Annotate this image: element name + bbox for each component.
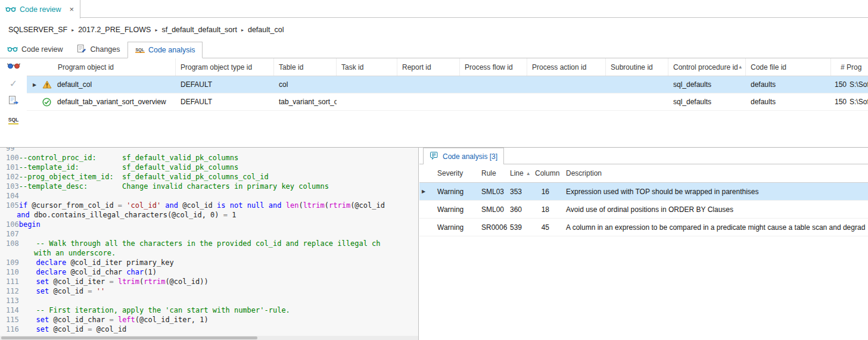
breadcrumb-item-object[interactable]: sf_default_default_sort	[161, 26, 237, 34]
cell-task-id	[337, 76, 397, 93]
column-header-program-object-id[interactable]: Program object id	[27, 58, 176, 76]
analysis-row[interactable]: ▶ Warning SML03 353 16 Expression used w…	[419, 183, 868, 201]
glasses-icon	[7, 45, 18, 54]
sql-text-icon: SQL	[8, 117, 18, 124]
cell-process-flow-id	[460, 76, 527, 93]
code-line: 116 set @col_id = @col_id	[0, 325, 418, 334]
changes-icon	[77, 44, 86, 55]
line-number: 114	[0, 305, 19, 315]
code-line: 99	[0, 148, 418, 153]
object-row-default-col[interactable]: ▶ default_col DEFAULT col sql_defaults d…	[27, 76, 868, 93]
column-header-label: Program object id	[58, 63, 114, 71]
code-line: 109 declare @col_id_iter primary_key	[0, 258, 418, 267]
approve-button[interactable]: ✓	[5, 77, 22, 91]
cell-description: Expression used with TOP should be wrapp…	[562, 188, 868, 196]
cell-table-id: col	[274, 76, 337, 93]
tab-code-review[interactable]: Code review	[0, 41, 70, 58]
cell-program-object-id: default_col	[57, 80, 92, 89]
column-header-control-procedure-id[interactable]: Control procedure id ▲	[668, 58, 746, 76]
cell-process-action-id	[527, 76, 606, 93]
cell-process-action-id	[527, 93, 606, 110]
cell-subroutine-id	[606, 76, 668, 93]
check-icon: ✓	[10, 79, 17, 89]
object-grid-header: Program object id Program object type id…	[27, 58, 868, 76]
sort-asc-icon: ▲	[526, 171, 531, 176]
breadcrumb: SQLSERVER_SF ▸ 2017.2_PRE_FLOWS ▸ sf_def…	[0, 18, 868, 41]
line-number: 109	[0, 258, 19, 267]
column-header-label: Control procedure id	[673, 63, 738, 71]
column-header-process-action-id[interactable]: Process action id	[527, 58, 606, 76]
column-header-program-object-type-id[interactable]: Program object type id	[176, 58, 274, 76]
analysis-row[interactable]: Warning SML00 360 18 Avoid use of ordina…	[419, 201, 868, 219]
column-header-process-flow-id[interactable]: Process flow id	[460, 58, 527, 76]
tab-changes[interactable]: Changes	[70, 41, 127, 58]
scrollbar-thumb[interactable]	[1, 336, 257, 339]
window-tab-code-review[interactable]: Code review ×	[0, 0, 80, 18]
cell-rule: SR0006	[478, 223, 508, 232]
code-line: 101--template_id: sf_default_valid_pk_co…	[0, 163, 418, 172]
cell-description: A column in an expression to be compared…	[562, 223, 868, 232]
column-header-severity[interactable]: Severity	[428, 169, 478, 177]
column-header-report-id[interactable]: Report id	[397, 58, 460, 76]
column-header-description[interactable]: Description	[562, 169, 868, 177]
code-text: set @col_id = ''	[19, 286, 105, 296]
code-text: --control_proc_id: sf_default_valid_pk_c…	[19, 153, 238, 163]
code-line: 110 declare @col_id_char char(1)	[0, 267, 418, 277]
code-line: 104	[0, 191, 418, 201]
column-header-task-id[interactable]: Task id	[337, 58, 397, 76]
cell-code-file-id: defaults	[746, 76, 831, 93]
code-text: --template_desc: Change invalid characte…	[19, 182, 329, 191]
success-icon	[42, 98, 52, 107]
cell-line: 360	[508, 205, 535, 214]
line-number	[0, 210, 17, 220]
window-tabbar: Code review ×	[0, 0, 868, 18]
code-text: with an underscore.	[17, 248, 116, 258]
script-export-button[interactable]	[5, 94, 22, 108]
tab-code-analysis-results[interactable]: Code analysis [3]	[423, 148, 504, 164]
breadcrumb-item-project[interactable]: 2017.2_PRE_FLOWS	[78, 26, 151, 34]
code-editor[interactable]: 99100--control_proc_id: sf_default_valid…	[0, 148, 419, 340]
horizontal-scrollbar[interactable]	[0, 336, 419, 340]
column-header-table-id[interactable]: Table id	[274, 58, 337, 76]
breadcrumb-item-server[interactable]: SQLSERVER_SF	[8, 26, 67, 34]
object-row-default-tab-variant-sort-overview[interactable]: default_tab_variant_sort_overview DEFAUL…	[27, 93, 868, 111]
column-header-label: Report id	[402, 63, 431, 71]
code-lines: 99100--control_proc_id: sf_default_valid…	[0, 148, 418, 334]
cell-table-id: tab_variant_sort_o	[274, 93, 337, 110]
tab-label: Code analysis	[148, 46, 195, 54]
code-review-rail-button[interactable]	[5, 60, 22, 74]
breadcrumb-item-column[interactable]: default_col	[248, 26, 284, 34]
column-header-label: # Prog	[841, 63, 861, 71]
script-document-icon	[8, 95, 19, 108]
column-header-code-file-id[interactable]: Code file id	[746, 58, 831, 76]
column-header-rule[interactable]: Rule	[478, 169, 508, 177]
column-header-line[interactable]: Line ▲	[508, 169, 535, 177]
code-line: 100--control_proc_id: sf_default_valid_p…	[0, 153, 418, 163]
cell-rule: SML03	[478, 188, 508, 196]
code-analysis-panel: Code analysis [3] Severity Rule Line ▲ C…	[419, 148, 868, 340]
line-number: 112	[0, 286, 19, 296]
close-icon[interactable]: ×	[69, 5, 74, 13]
cell-column: 45	[535, 223, 562, 232]
line-number: 100	[0, 153, 19, 163]
sql-script-button[interactable]: SQL	[5, 113, 22, 127]
column-header-column[interactable]: Column	[535, 169, 562, 177]
line-number: 115	[0, 315, 19, 325]
code-line: 114 -- First iteration, apply the 'can s…	[0, 305, 418, 315]
sort-asc-icon: ▲	[738, 64, 743, 70]
column-header-label: Process flow id	[465, 63, 513, 71]
warning-icon	[42, 80, 52, 89]
code-text: -- Walk through all the characters in th…	[19, 239, 381, 248]
analysis-row[interactable]: Warning SR0006 539 45 A column in an exp…	[419, 219, 868, 236]
column-header-num-prog[interactable]: # Prog	[831, 58, 868, 76]
column-header-label: Process action id	[532, 63, 586, 71]
window-tab-label: Code review	[20, 5, 61, 14]
cell-column: 16	[535, 188, 562, 196]
line-number: 116	[0, 325, 19, 334]
tab-code-analysis[interactable]: SQL Code analysis	[127, 42, 203, 58]
code-text: and dbo.contains_illegal_characters(@col…	[17, 210, 236, 220]
column-header-subroutine-id[interactable]: Subroutine id	[606, 58, 668, 76]
row-expander-icon[interactable]: ▶	[33, 82, 42, 88]
line-number: 105	[0, 201, 19, 210]
line-number: 106	[0, 220, 19, 229]
